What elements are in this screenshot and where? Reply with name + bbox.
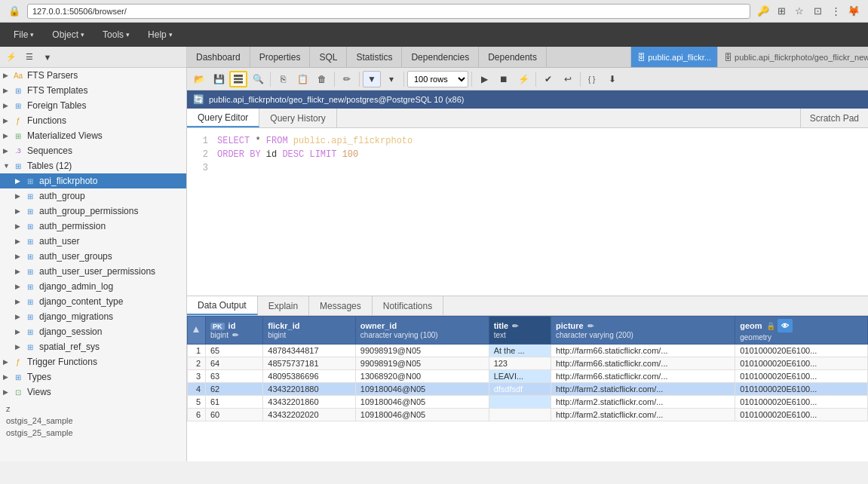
auth-user-icon: ⊞ [24, 235, 36, 247]
sidebar-grid-btn[interactable]: ☰ [21, 50, 38, 65]
sidebar-item-fts-parsers[interactable]: ▶ Aa FTS Parsers [0, 68, 186, 83]
col-header-geom[interactable]: geom 🔒 👁 geometry [735, 317, 868, 345]
menu-icon[interactable]: ⋮ [829, 5, 842, 18]
table-row[interactable]: 3634809538669613068920@N00LEAVI...http:/… [188, 370, 868, 383]
db-label-z: z [0, 403, 186, 415]
table-row[interactable]: 56143432201860109180046@N05http://farm2.… [188, 396, 868, 409]
tab-sql[interactable]: SQL [310, 47, 347, 67]
commit-btn[interactable]: ✔ [539, 71, 557, 87]
save-btn[interactable]: 💾 [210, 71, 228, 87]
tab-properties[interactable]: Properties [250, 47, 311, 67]
cell-title [489, 409, 551, 421]
star-icon[interactable]: ☆ [793, 5, 806, 18]
col-header-id[interactable]: PK id bigint ✏ [206, 317, 263, 345]
col-header-picture[interactable]: picture ✏ character varying (200) [551, 317, 735, 345]
help-menu[interactable]: Help ▾ [140, 26, 180, 43]
sidebar-label: FTS Parsers [27, 70, 78, 81]
table-row[interactable]: 46243432201880109180046@N05dfsdfsdfhttp:… [188, 383, 868, 396]
explain-btn[interactable]: ⚡ [514, 71, 532, 87]
bookmark-icon[interactable]: ⊡ [811, 5, 824, 18]
tab-notifications[interactable]: Notifications [373, 296, 443, 315]
data-table-wrap[interactable]: PK id bigint ✏ flickr_id bigint owner_id [187, 316, 868, 461]
tab-statistics[interactable]: Statistics [347, 47, 402, 67]
delete-btn[interactable]: 🗑 [313, 71, 331, 87]
col-header-flickr-id[interactable]: flickr_id bigint [263, 317, 356, 345]
cell-title: At the ... [489, 345, 551, 357]
sql-editor[interactable]: 1 SELECT * FROM public.api_flickrphoto 2… [187, 128, 868, 296]
sidebar-item-sequences[interactable]: ▶ .3 Sequences [0, 143, 186, 158]
table-row[interactable]: 2644857573718199098919@N05123http://farm… [188, 357, 868, 370]
sidebar-item-foreign-tables[interactable]: ▶ ⊞ Foreign Tables [0, 98, 186, 113]
file-menu[interactable]: File ▾ [6, 26, 41, 43]
filter-active-btn[interactable]: ▼ [363, 71, 381, 87]
col-header-title[interactable]: title ✏ text [489, 317, 551, 345]
sidebar-label: django_content_type [39, 296, 123, 307]
table-row[interactable]: 1654878434481799098919@N05At the ...http… [188, 345, 868, 357]
sidebar-item-auth-user-groups[interactable]: ▶ ⊞ auth_user_groups [0, 249, 186, 264]
cell-id: 65 [206, 345, 263, 357]
sidebar-label: django_session [39, 326, 102, 337]
sidebar-label: django_migrations [39, 311, 113, 322]
sidebar-item-types[interactable]: ▶ ⊞ Types [0, 369, 186, 384]
sidebar-item-functions[interactable]: ▶ ƒ Functions [0, 113, 186, 128]
tab-dependencies[interactable]: Dependencies [402, 47, 479, 67]
run-btn[interactable]: ▶ [475, 71, 493, 87]
table-row[interactable]: 66043432202020109180046@N05http://farm2.… [188, 409, 868, 421]
sidebar-item-trigger-functions[interactable]: ▶ ƒ Trigger Functions [0, 354, 186, 369]
sidebar-label: auth_group [39, 191, 85, 201]
tab-dashboard[interactable]: Dashboard [187, 47, 250, 67]
sidebar-item-auth-user-perms[interactable]: ▶ ⊞ auth_user_user_permissions [0, 264, 186, 279]
sidebar-item-django-admin-log[interactable]: ▶ ⊞ django_admin_log [0, 279, 186, 294]
db-tab-1[interactable]: 🗄 public.api_flickr... [630, 47, 717, 67]
tab-explain[interactable]: Explain [258, 296, 309, 315]
cell-geom: 0101000020E6100... [735, 357, 868, 370]
nav-tab-right: 🗄 public.api_flickr... 🗄 public.api_flic… [630, 47, 868, 67]
sidebar-item-materialized-views[interactable]: ▶ ⊞ Materialized Views [0, 128, 186, 143]
sidebar-item-auth-group[interactable]: ▶ ⊞ auth_group [0, 188, 186, 204]
filter-dropdown-btn[interactable]: ▾ [382, 71, 400, 87]
separator-3 [359, 72, 360, 87]
col-header-owner-id[interactable]: owner_id character varying (100) [355, 317, 489, 345]
stop-btn[interactable]: ⏹ [495, 71, 513, 87]
sidebar-flash-btn[interactable]: ⚡ [3, 50, 20, 65]
sidebar-item-django-migrations[interactable]: ▶ ⊞ django_migrations [0, 309, 186, 324]
tab-dependents[interactable]: Dependents [479, 47, 547, 67]
sidebar-item-auth-user[interactable]: ▶ ⊞ auth_user [0, 234, 186, 249]
tab-query-history[interactable]: Query History [259, 109, 336, 127]
format-btn[interactable]: { } [584, 71, 602, 87]
sidebar-filter-btn[interactable]: ▼ [39, 50, 56, 65]
tab-messages[interactable]: Messages [309, 296, 373, 315]
sidebar-item-auth-group-perms[interactable]: ▶ ⊞ auth_group_permissions [0, 204, 186, 219]
geom-view-btn[interactable]: 👁 [778, 319, 793, 332]
sidebar-item-spatial-ref-sys[interactable]: ▶ ⊞ spatial_ref_sys [0, 339, 186, 354]
edit-btn[interactable]: ✏ [338, 71, 356, 87]
lock-icon-geom: 🔒 [766, 322, 775, 330]
url-bar[interactable]: 127.0.0.1:50506/browser/ [27, 4, 750, 19]
tab-data-output[interactable]: Data Output [187, 296, 258, 315]
sidebar-item-django-content-type[interactable]: ▶ ⊞ django_content_type [0, 294, 186, 309]
sidebar-item-django-session[interactable]: ▶ ⊞ django_session [0, 324, 186, 339]
paste-btn[interactable]: 📋 [293, 71, 311, 87]
download-btn[interactable]: ⬇ [603, 71, 621, 87]
cell-id: 62 [206, 383, 263, 396]
sidebar-item-api-flickrphoto[interactable]: ▶ ⊞ api_flickrphoto [0, 173, 186, 188]
sidebar-item-views[interactable]: ▶ ⊡ Views [0, 384, 186, 400]
sidebar-item-tables[interactable]: ▼ ⊞ Tables (12) [0, 158, 186, 173]
tools-menu[interactable]: Tools ▾ [95, 26, 137, 43]
rollback-btn[interactable]: ↩ [559, 71, 577, 87]
filter-dialog-btn[interactable]: 🔍 [249, 71, 267, 87]
copy-btn[interactable]: ⎘ [274, 71, 292, 87]
object-menu[interactable]: Object ▾ [44, 26, 92, 43]
cell-title [489, 396, 551, 409]
open-file-btn[interactable]: 📂 [190, 71, 208, 87]
sidebar-item-fts-templates[interactable]: ▶ ⊞ FTS Templates [0, 83, 186, 98]
view-data-btn[interactable] [229, 71, 247, 87]
db-tab-2[interactable]: 🗄 public.api_flickrphoto/geo_flickr_new [717, 47, 868, 67]
cell-geom: 0101000020E6100... [735, 409, 868, 421]
sidebar-item-auth-permission[interactable]: ▶ ⊞ auth_permission [0, 219, 186, 234]
tab-query-editor[interactable]: Query Editor [187, 109, 259, 127]
rows-select[interactable]: 100 rows 50 rows 500 rows 1000 rows All … [407, 71, 468, 87]
sidebar-label: Tables (12) [27, 161, 72, 171]
col-type-id: bigint [210, 331, 229, 339]
path-bar: 🔄 public.api_flickrphoto/geo_flickr_new/… [187, 90, 868, 109]
